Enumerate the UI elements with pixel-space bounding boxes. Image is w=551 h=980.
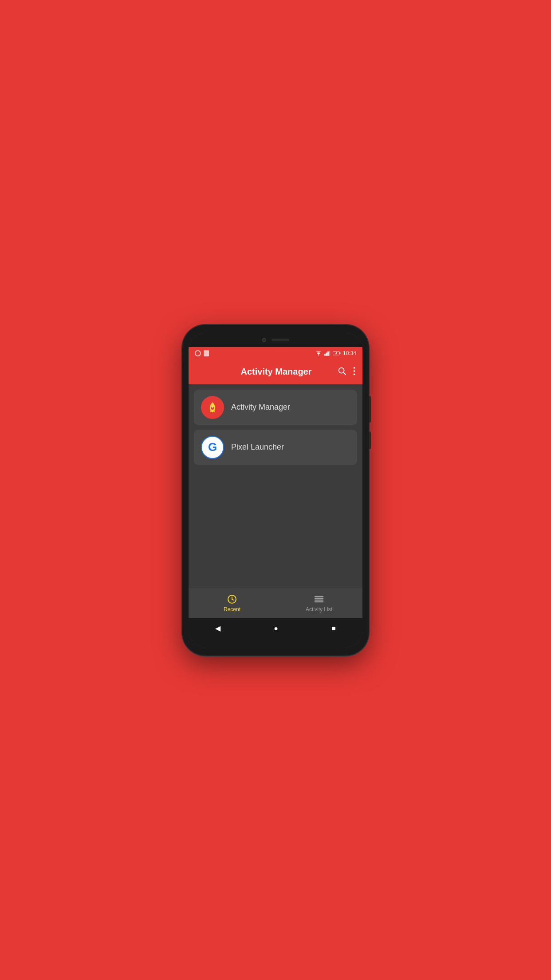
app-title: Activity Manager: [215, 367, 337, 377]
activity-manager-label: Activity Manager: [231, 403, 290, 412]
phone-screen: 10:34 Activity Manager: [189, 333, 362, 648]
clock: 10:34: [343, 350, 356, 356]
status-left: [195, 350, 209, 356]
svg-rect-2: [324, 354, 326, 356]
sd-card-icon: [204, 350, 209, 356]
front-camera: [262, 338, 266, 342]
wifi-icon: [315, 351, 322, 356]
google-g-letter: G: [208, 440, 217, 454]
home-button[interactable]: ●: [274, 624, 278, 632]
rocket-icon: [206, 401, 219, 414]
main-content: Activity Manager G Pixel Launcher: [189, 384, 362, 588]
recent-label: Recent: [224, 606, 240, 612]
app-bar: Activity Manager: [189, 360, 362, 384]
activity-list-icon: [314, 594, 324, 605]
status-bar: 10:34: [189, 347, 362, 360]
nav-activity-list[interactable]: Activity List: [276, 590, 362, 616]
status-right: 10:34: [315, 350, 356, 356]
more-options-button[interactable]: [353, 366, 355, 377]
svg-rect-4: [327, 351, 329, 356]
pixel-launcher-icon: G: [201, 436, 224, 459]
svg-marker-1: [318, 355, 319, 356]
pixel-launcher-label: Pixel Launcher: [231, 443, 284, 452]
list-item[interactable]: Activity Manager: [194, 390, 357, 425]
phone-frame: 10:34 Activity Manager: [182, 325, 369, 656]
nav-recent[interactable]: Recent: [189, 590, 276, 616]
back-button[interactable]: ◀: [215, 624, 220, 632]
phone-bottom-bezel: [189, 639, 362, 648]
svg-point-14: [354, 374, 355, 375]
search-icon: [337, 366, 347, 376]
search-button[interactable]: [337, 366, 347, 377]
svg-rect-5: [329, 351, 330, 356]
earpiece: [272, 339, 289, 341]
bottom-navigation: Recent Activity List: [189, 588, 362, 618]
svg-line-11: [343, 372, 346, 375]
phone-top-bezel: [189, 333, 362, 347]
svg-point-13: [354, 370, 355, 372]
svg-point-16: [212, 406, 213, 407]
activity-list-label: Activity List: [306, 606, 332, 612]
signal-icon: [324, 351, 331, 356]
svg-rect-3: [326, 352, 327, 356]
svg-point-12: [354, 367, 355, 369]
battery-icon: [333, 351, 341, 356]
recents-button[interactable]: ■: [331, 624, 336, 632]
app-bar-actions: [337, 366, 355, 377]
svg-line-19: [232, 599, 233, 600]
android-navigation-bar: ◀ ● ■: [189, 618, 362, 639]
svg-rect-7: [339, 352, 340, 354]
more-vert-icon: [353, 366, 355, 376]
recent-clock-icon: [227, 594, 237, 605]
list-item[interactable]: G Pixel Launcher: [194, 430, 357, 465]
activity-manager-icon: [201, 396, 224, 419]
circle-status-icon: [195, 350, 201, 356]
